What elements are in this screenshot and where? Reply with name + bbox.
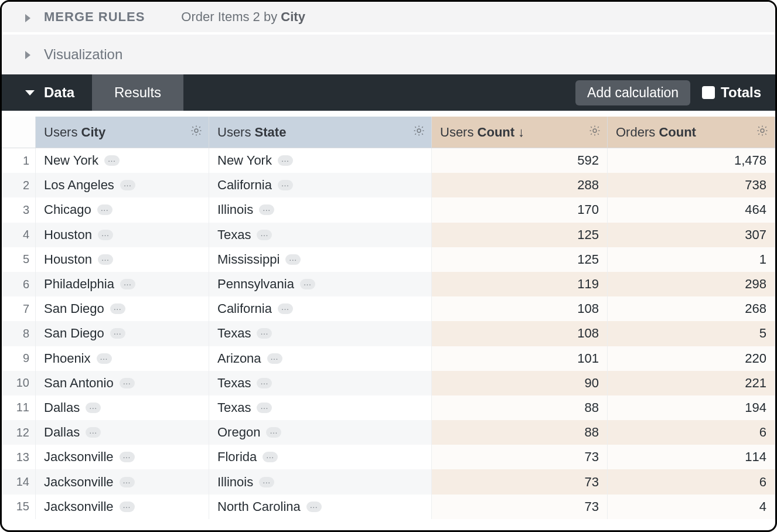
cell-users-count[interactable]: 73	[432, 469, 608, 494]
cell-users-count[interactable]: 88	[432, 395, 608, 420]
drill-menu-icon[interactable]: …	[120, 180, 135, 190]
cell-users-count[interactable]: 592	[432, 148, 608, 173]
drill-menu-icon[interactable]: …	[120, 477, 135, 487]
drill-menu-icon[interactable]: …	[278, 155, 293, 166]
gear-icon[interactable]	[413, 124, 425, 141]
visualization-panel-header[interactable]: Visualization	[2, 35, 775, 74]
drill-menu-icon[interactable]: …	[97, 204, 113, 215]
data-section-toggle[interactable]: Data	[2, 74, 92, 111]
drill-menu-icon[interactable]: …	[257, 230, 272, 240]
cell-users-state[interactable]: Pennsylvania…	[209, 272, 432, 296]
cell-users-city[interactable]: Chicago…	[36, 197, 209, 222]
column-header-users-city[interactable]: Users City	[36, 117, 209, 148]
cell-users-state[interactable]: Arizona…	[209, 346, 432, 371]
results-tab[interactable]: Results	[92, 74, 183, 111]
drill-menu-icon[interactable]: …	[306, 502, 322, 512]
cell-users-count[interactable]: 101	[432, 346, 608, 371]
cell-users-state[interactable]: Texas…	[209, 395, 432, 420]
totals-toggle[interactable]: Totals	[702, 84, 761, 101]
cell-users-city[interactable]: San Antonio…	[36, 371, 209, 395]
cell-orders-count[interactable]: 114	[608, 445, 775, 469]
drill-menu-icon[interactable]: …	[267, 353, 282, 364]
cell-orders-count[interactable]: 221	[608, 371, 775, 395]
cell-users-count[interactable]: 125	[432, 223, 608, 247]
cell-orders-count[interactable]: 4	[608, 495, 775, 519]
drill-menu-icon[interactable]: …	[104, 155, 120, 166]
cell-users-count[interactable]: 170	[432, 197, 608, 222]
drill-menu-icon[interactable]: …	[120, 279, 135, 289]
cell-orders-count[interactable]: 268	[608, 296, 775, 321]
cell-users-city[interactable]: San Diego…	[36, 296, 209, 321]
cell-users-city[interactable]: Houston…	[36, 223, 209, 247]
cell-orders-count[interactable]: 738	[608, 173, 775, 197]
cell-users-state[interactable]: California…	[209, 173, 432, 197]
cell-orders-count[interactable]: 194	[608, 395, 775, 420]
cell-users-state[interactable]: Mississippi…	[209, 247, 432, 272]
cell-users-city[interactable]: New York…	[36, 148, 209, 173]
column-header-orders-count[interactable]: Orders Count	[608, 117, 775, 148]
drill-menu-icon[interactable]: …	[278, 180, 293, 190]
drill-menu-icon[interactable]: …	[300, 279, 315, 289]
drill-menu-icon[interactable]: …	[98, 230, 113, 240]
cell-users-state[interactable]: North Carolina…	[209, 495, 432, 519]
drill-menu-icon[interactable]: …	[110, 303, 125, 314]
drill-menu-icon[interactable]: …	[120, 452, 135, 462]
drill-menu-icon[interactable]: …	[110, 328, 125, 339]
cell-users-city[interactable]: Philadelphia…	[36, 272, 209, 296]
drill-menu-icon[interactable]: …	[98, 254, 113, 265]
drill-menu-icon[interactable]: …	[257, 378, 272, 388]
add-calculation-button[interactable]: Add calculation	[575, 80, 690, 105]
drill-menu-icon[interactable]: …	[120, 378, 135, 388]
cell-users-state[interactable]: Florida…	[209, 445, 432, 469]
cell-users-city[interactable]: Los Angeles…	[36, 173, 209, 197]
cell-orders-count[interactable]: 307	[608, 223, 775, 247]
cell-users-state[interactable]: Illinois…	[209, 469, 432, 494]
cell-users-state[interactable]: Illinois…	[209, 197, 432, 222]
cell-users-count[interactable]: 119	[432, 272, 608, 296]
cell-orders-count[interactable]: 298	[608, 272, 775, 296]
merge-rules-panel-header[interactable]: MERGE RULES Order Items 2 by City	[2, 2, 775, 35]
cell-users-city[interactable]: San Diego…	[36, 321, 209, 346]
cell-users-count[interactable]: 108	[432, 321, 608, 346]
drill-menu-icon[interactable]: …	[259, 477, 274, 487]
cell-orders-count[interactable]: 464	[608, 197, 775, 222]
column-header-users-state[interactable]: Users State	[209, 117, 432, 148]
cell-users-state[interactable]: Texas…	[209, 371, 432, 395]
cell-orders-count[interactable]: 220	[608, 346, 775, 371]
drill-menu-icon[interactable]: …	[266, 427, 281, 438]
drill-menu-icon[interactable]: …	[120, 502, 135, 512]
gear-icon[interactable]	[588, 124, 601, 141]
cell-orders-count[interactable]: 5	[608, 321, 775, 346]
cell-users-city[interactable]: Dallas…	[36, 395, 209, 420]
cell-orders-count[interactable]: 1	[608, 247, 775, 272]
cell-users-count[interactable]: 125	[432, 247, 608, 272]
cell-users-state[interactable]: Oregon…	[209, 420, 432, 445]
drill-menu-icon[interactable]: …	[285, 254, 301, 265]
drill-menu-icon[interactable]: …	[86, 427, 101, 438]
column-header-users-count[interactable]: Users Count↓	[432, 117, 608, 148]
cell-users-state[interactable]: California…	[209, 296, 432, 321]
drill-menu-icon[interactable]: …	[257, 403, 272, 413]
cell-users-state[interactable]: Texas…	[209, 223, 432, 247]
drill-menu-icon[interactable]: …	[257, 328, 272, 339]
cell-users-city[interactable]: Houston…	[36, 247, 209, 272]
cell-orders-count[interactable]: 1,478	[608, 148, 775, 173]
cell-users-count[interactable]: 73	[432, 495, 608, 519]
cell-orders-count[interactable]: 6	[608, 420, 775, 445]
drill-menu-icon[interactable]: …	[86, 403, 101, 413]
drill-menu-icon[interactable]: …	[97, 353, 112, 364]
cell-users-count[interactable]: 73	[432, 445, 608, 469]
drill-menu-icon[interactable]: …	[263, 452, 278, 462]
cell-users-count[interactable]: 90	[432, 371, 608, 395]
cell-users-city[interactable]: Jacksonville…	[36, 445, 209, 469]
cell-users-state[interactable]: New York…	[209, 148, 432, 173]
drill-menu-icon[interactable]: …	[278, 303, 293, 314]
totals-checkbox[interactable]	[702, 86, 715, 99]
cell-users-count[interactable]: 288	[432, 173, 608, 197]
cell-users-count[interactable]: 88	[432, 420, 608, 445]
cell-users-city[interactable]: Phoenix…	[36, 346, 209, 371]
cell-orders-count[interactable]: 6	[608, 469, 775, 494]
cell-users-city[interactable]: Jacksonville…	[36, 469, 209, 494]
gear-icon[interactable]	[756, 124, 769, 141]
gear-icon[interactable]	[190, 124, 203, 141]
